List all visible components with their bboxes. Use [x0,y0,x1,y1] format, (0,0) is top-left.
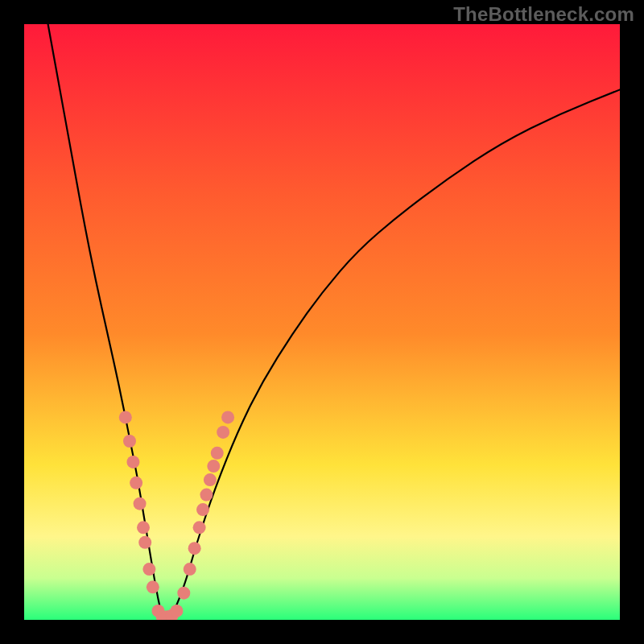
gradient-background [24,24,620,620]
marker-point [170,605,183,617]
marker-point [193,521,206,534]
watermark-text: TheBottleneck.com [453,3,634,26]
marker-point [177,587,190,600]
marker-point [147,580,159,593]
plot-area [24,24,620,620]
marker-point [138,536,151,549]
marker-point [119,411,132,423]
marker-point [221,411,234,423]
marker-point [196,503,209,516]
marker-point [184,563,196,576]
marker-point [123,435,136,448]
marker-point [126,456,139,469]
marker-point [188,542,201,555]
marker-point [134,497,147,510]
marker-point [217,426,229,439]
chart-frame: TheBottleneck.com [0,0,644,644]
marker-point [137,521,150,534]
marker-point [204,473,217,486]
marker-point [130,477,142,489]
marker-point [200,489,213,502]
marker-point [207,460,220,473]
bottleneck-chart [24,24,620,620]
marker-point [142,563,155,576]
marker-point [211,447,224,460]
